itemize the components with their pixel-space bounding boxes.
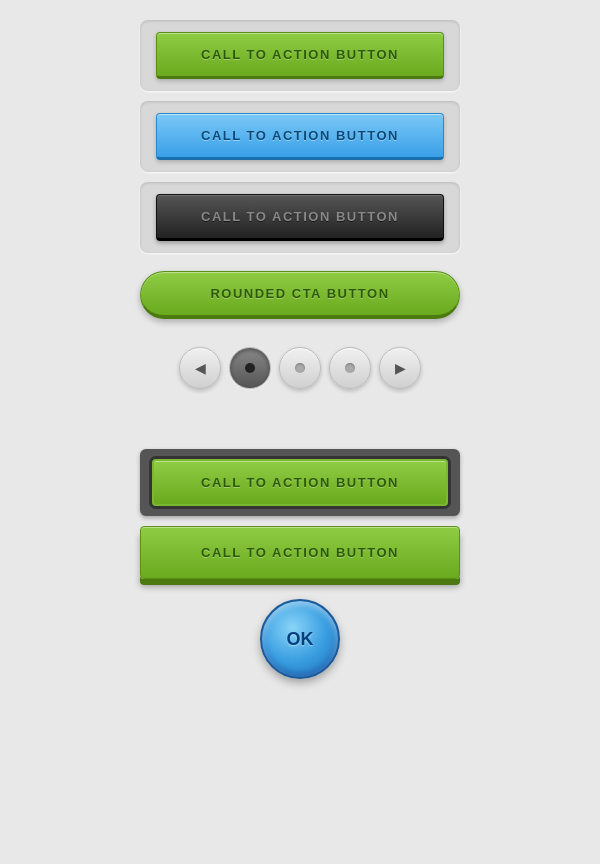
pagination-prev[interactable]: ◀ <box>179 347 221 389</box>
active-dot-icon <box>245 363 255 373</box>
prev-arrow-icon: ◀ <box>195 360 206 376</box>
buttons-container: CALL TO ACTION BUTTON CALL TO ACTION BUT… <box>0 20 600 679</box>
blue-btn-wrapper: CALL TO ACTION BUTTON <box>140 101 460 172</box>
inactive-dot-icon <box>295 363 305 373</box>
next-arrow-icon: ▶ <box>395 360 406 376</box>
blue-cta-button[interactable]: CALL TO ACTION BUTTON <box>156 113 444 160</box>
pagination-dot-3[interactable] <box>329 347 371 389</box>
black-cta-button[interactable]: CALL TO ACTION BUTTON <box>156 194 444 241</box>
ok-btn-wrapper: OK <box>140 599 460 679</box>
rounded-cta-button[interactable]: ROUNDED CTA BUTTON <box>140 271 460 319</box>
ok-button[interactable]: OK <box>260 599 340 679</box>
bottom-green-btn-wrapper: CALL TO ACTION BUTTON <box>140 526 460 579</box>
black-btn-wrapper: CALL TO ACTION BUTTON <box>140 182 460 253</box>
pagination-container: ◀ ▶ <box>140 337 460 399</box>
pagination-dot-1[interactable] <box>229 347 271 389</box>
dark-outline-btn-wrapper: CALL TO ACTION BUTTON <box>140 449 460 516</box>
dark-outlined-cta-button[interactable]: CALL TO ACTION BUTTON <box>152 459 448 506</box>
rounded-btn-wrapper: ROUNDED CTA BUTTON <box>140 263 460 327</box>
pagination-dot-2[interactable] <box>279 347 321 389</box>
pagination-next[interactable]: ▶ <box>379 347 421 389</box>
bottom-green-cta-button[interactable]: CALL TO ACTION BUTTON <box>140 526 460 579</box>
green-cta-button[interactable]: CALL TO ACTION BUTTON <box>156 32 444 79</box>
green-btn-wrapper: CALL TO ACTION BUTTON <box>140 20 460 91</box>
inactive-dot-icon <box>345 363 355 373</box>
